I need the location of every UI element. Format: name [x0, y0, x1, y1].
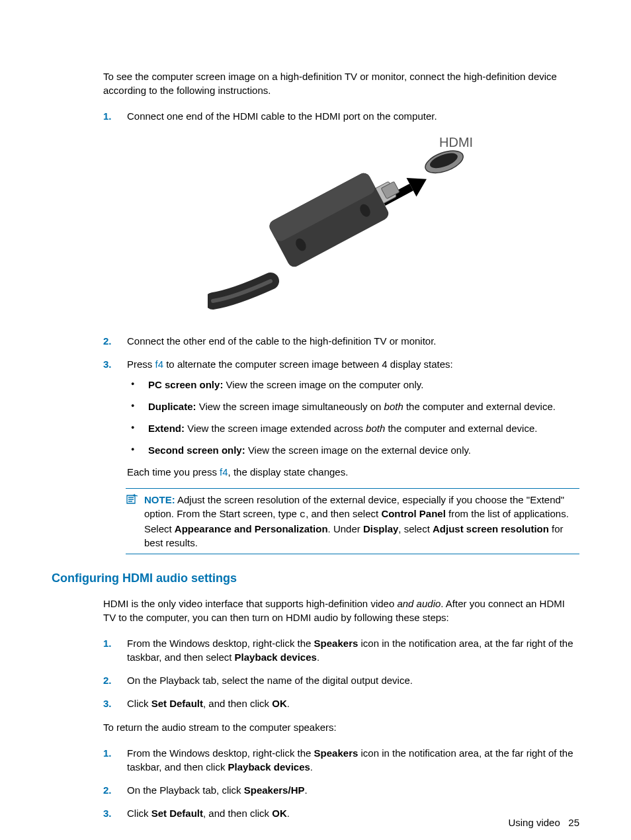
footer-section: Using video [508, 817, 560, 828]
display-states-list: PC screen only: View the screen image on… [127, 378, 579, 457]
bullet-second-only: Second screen only: View the screen imag… [127, 443, 579, 457]
intro-paragraph: To see the computer screen image on a hi… [103, 69, 579, 97]
step-number: 1. [103, 109, 112, 123]
footer-page-number: 25 [568, 817, 579, 828]
key-f4: f4 [155, 358, 164, 370]
note-box: NOTE: Adjust the screen resolution of th… [126, 488, 579, 554]
step-text: Press f4 to alternate the computer scree… [127, 358, 453, 370]
step-number: 2. [103, 673, 112, 687]
steps-list-3: 1. From the Windows desktop, right-click… [103, 746, 579, 820]
bullet-extend: Extend: View the screen image extended a… [127, 421, 579, 435]
key-f4: f4 [220, 466, 228, 478]
step-2: 2. On the Playback tab, click Speakers/H… [103, 783, 579, 797]
step-number: 3. [103, 696, 112, 710]
step-text: Connect one end of the HDMI cable to the… [127, 110, 437, 122]
step-number: 3. [103, 806, 112, 820]
page-footer: Using video 25 [508, 816, 579, 829]
return-text: To return the audio stream to the comput… [103, 720, 579, 734]
bullet-duplicate: Duplicate: View the screen image simulta… [127, 399, 579, 413]
steps-list-1: 1. Connect one end of the HDMI cable to … [103, 109, 579, 479]
step-3: 3. Press f4 to alternate the computer sc… [103, 357, 579, 479]
note-label: NOTE: [144, 494, 175, 505]
step-3: 3. Click Set Default, and then click OK. [103, 696, 579, 710]
hdmi-label: HDMI [439, 135, 473, 149]
section-intro: HDMI is the only video interface that su… [103, 597, 579, 624]
step-2: 2. Connect the other end of the cable to… [103, 334, 579, 348]
bullet-pc-only: PC screen only: View the screen image on… [127, 378, 579, 392]
step-1: 1. From the Windows desktop, right-click… [103, 746, 579, 774]
steps-list-2: 1. From the Windows desktop, right-click… [103, 636, 579, 710]
hdmi-illustration: HDMI [127, 132, 579, 321]
step-number: 2. [103, 783, 112, 797]
step-1: 1. From the Windows desktop, right-click… [103, 636, 579, 664]
section-heading: Configuring HDMI audio settings [52, 570, 579, 587]
step-number: 3. [103, 357, 112, 371]
step-1: 1. Connect one end of the HDMI cable to … [103, 109, 579, 321]
step-text: Connect the other end of the cable to th… [127, 335, 437, 347]
step-closing: Each time you press f4, the display stat… [127, 465, 579, 479]
step-number: 2. [103, 334, 112, 348]
svg-marker-3 [407, 170, 432, 196]
step-number: 1. [103, 636, 112, 650]
step-number: 1. [103, 746, 112, 760]
step-2: 2. On the Playback tab, select the name … [103, 673, 579, 687]
note-icon [126, 493, 139, 507]
